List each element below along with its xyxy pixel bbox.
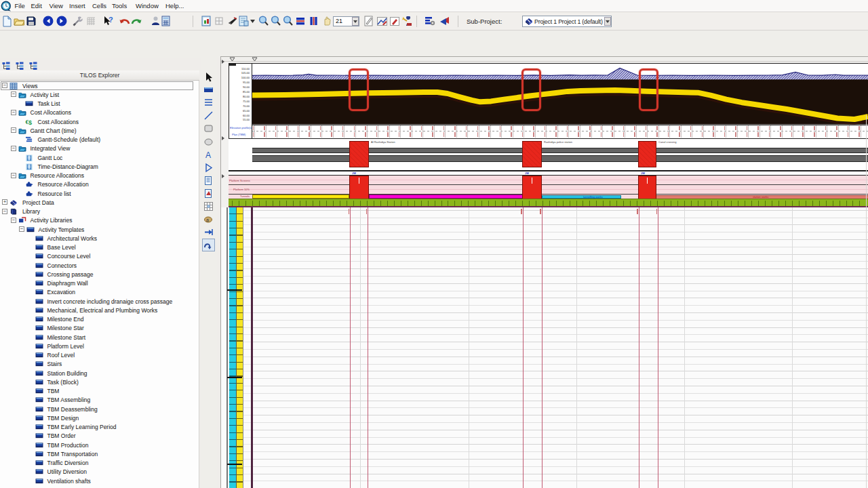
svg-text:a: a — [206, 218, 209, 222]
svg-text:A: A — [205, 150, 211, 160]
svg-text:$: $ — [28, 119, 32, 125]
svg-text:?: ? — [108, 16, 113, 24]
